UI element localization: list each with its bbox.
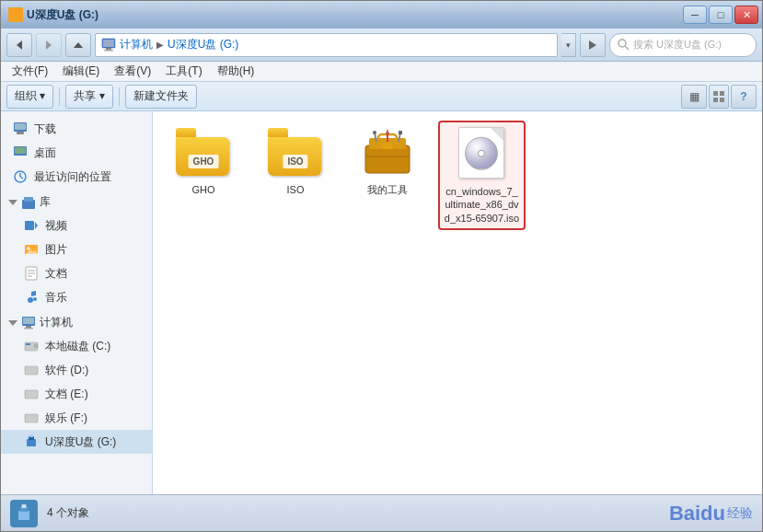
sidebar-item-music-label: 音乐 [45,290,67,306]
svg-rect-50 [27,439,36,446]
svg-rect-27 [25,221,34,230]
svg-point-36 [28,297,33,303]
svg-marker-38 [8,320,17,326]
svg-rect-8 [103,40,114,47]
menu-edit[interactable]: 编辑(E) [55,62,107,81]
computer-icon [101,38,116,52]
svg-rect-52 [29,434,33,437]
sidebar-item-recent-label: 最近访问的位置 [34,169,111,185]
address-bar[interactable]: 计算机 ▶ U深度U盘 (G:) [95,33,558,57]
sidebar-favorites-section: 下载 桌面 [1,117,152,189]
tools-label: 我的工具 [367,183,408,196]
toolbar-sep2 [119,87,120,106]
title-bar: U深度U盘 (G:) ─ □ ✕ [1,1,762,29]
sidebar-item-desktop[interactable]: 桌面 [1,141,152,165]
organize-button[interactable]: 组织 ▾ [6,85,53,109]
sidebar-item-f-drive[interactable]: 娱乐 (F:) [1,406,152,430]
svg-rect-42 [24,328,33,330]
svg-rect-26 [24,197,33,202]
gho-label: GHO [191,183,214,196]
library-icon [21,195,36,210]
sidebar-item-c-drive[interactable]: 本地磁盘 (C:) [1,334,152,358]
svg-line-11 [625,46,629,50]
iso-folder-icon: ISO [268,124,323,179]
back-button[interactable] [6,33,32,57]
computer-expand-icon [8,318,17,328]
address-sep1: ▶ [156,40,164,50]
library-expand-icon [8,198,17,207]
sidebar-library-section: 库 视频 [1,191,152,309]
svg-rect-53 [365,145,410,173]
new-folder-button[interactable]: 新建文件夹 [125,85,197,109]
svg-point-59 [373,131,376,134]
baidu-watermark: Baidu 经验 [669,502,753,526]
svg-rect-17 [15,123,26,130]
baidu-sub: 经验 [727,505,753,522]
sidebar-item-d-drive-label: 软件 (D:) [45,363,88,378]
menu-help[interactable]: 帮助(H) [210,62,262,81]
file-item-tools[interactable]: 我的工具 [346,121,429,230]
svg-marker-61 [386,129,389,134]
file-item-iso[interactable]: ISO ISO [254,121,337,230]
svg-point-10 [618,40,626,47]
window-controls: ─ □ ✕ [683,6,758,24]
address-dropdown[interactable]: ▾ [561,33,576,57]
menu-file[interactable]: 文件(F) [5,62,55,81]
svg-rect-48 [25,390,38,399]
usb-drive-icon [23,434,40,450]
sidebar-item-video-label: 视频 [45,218,67,234]
sidebar-item-recent[interactable]: 最近访问的位置 [1,165,152,189]
content-area: GHO GHO ISO ISO [153,111,762,494]
sidebar-item-download-label: 下载 [34,121,56,137]
close-button[interactable]: ✕ [734,6,758,24]
sidebar-item-video[interactable]: 视频 [1,214,152,237]
sidebar-item-music[interactable]: 音乐 [1,285,152,309]
minimize-button[interactable]: ─ [683,6,707,24]
search-icon [618,39,630,51]
sidebar-item-download[interactable]: 下载 [1,117,152,141]
view-dropdown-button[interactable]: ▦ [681,85,707,109]
address-computer: 计算机 [120,37,153,52]
sidebar-computer-header[interactable]: 计算机 [1,311,152,334]
sidebar-item-g-drive[interactable]: U深度U盘 (G:) [1,430,152,454]
window-title: U深度U盘 (G:) [27,7,98,23]
sidebar-item-image[interactable]: 图片 [1,237,152,261]
svg-rect-44 [26,343,30,345]
window: U深度U盘 (G:) ─ □ ✕ [0,0,763,532]
svg-rect-63 [399,131,402,134]
menu-tools[interactable]: 工具(T) [158,62,209,81]
d-drive-icon [23,362,40,378]
file-item-gho[interactable]: GHO GHO [162,121,245,230]
sidebar-computer-section: 计算机 本地磁盘 (C:) [1,311,152,454]
image-icon [23,241,40,258]
sidebar-item-e-drive[interactable]: 文档 (E:) [1,382,152,406]
svg-rect-47 [25,366,38,375]
f-drive-icon [23,410,40,426]
iso-file-icon [455,126,510,181]
svg-rect-18 [17,132,24,134]
svg-point-46 [35,345,37,347]
sidebar-item-d-drive[interactable]: 软件 (D:) [1,358,152,382]
sidebar-item-image-label: 图片 [45,242,67,258]
forward-button[interactable] [36,33,62,57]
video-icon [23,217,40,234]
menu-view[interactable]: 查看(V) [107,62,158,81]
sidebar-item-document[interactable]: 文档 [1,261,152,285]
document-icon-sidebar [23,265,40,282]
view-toggle-button[interactable] [709,85,729,109]
share-button[interactable]: 共享 ▾ [65,85,112,109]
win7iso-label: cn_windows_7_ultimate_x86_dvd_x15-65907.… [444,185,520,225]
sidebar-library-header[interactable]: 库 [1,191,152,214]
menu-bar: 文件(F) 编辑(E) 查看(V) 工具(T) 帮助(H) [1,62,762,82]
svg-marker-9 [589,40,596,50]
maximize-button[interactable]: □ [709,6,733,24]
up-button[interactable] [65,33,91,57]
item-count: 4 个对象 [47,505,89,521]
help-icon-button[interactable]: ? [731,85,757,109]
file-item-win7iso[interactable]: cn_windows_7_ultimate_x86_dvd_x15-65907.… [438,121,526,230]
search-bar[interactable]: 搜索 U深度U盘 (G:) [609,33,757,57]
usb-status-icon [10,500,38,527]
go-button[interactable] [580,33,606,57]
nav-bar: 计算机 ▶ U深度U盘 (G:) ▾ 搜索 U深度U盘 (G:) [1,29,762,62]
svg-rect-20 [15,147,26,154]
